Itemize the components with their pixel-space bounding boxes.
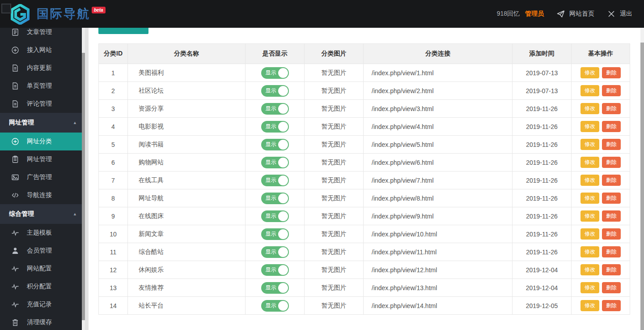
delete-button[interactable]: 删除 bbox=[602, 67, 621, 78]
window-scrollbar-thumb[interactable] bbox=[640, 43, 644, 330]
display-toggle[interactable]: 显示 bbox=[261, 121, 289, 133]
edit-button[interactable]: 修改 bbox=[580, 175, 599, 186]
display-toggle[interactable]: 显示 bbox=[261, 175, 289, 186]
display-toggle[interactable]: 显示 bbox=[261, 228, 289, 240]
date-cell: 2019-11-26 bbox=[513, 171, 572, 189]
table-row: 8网址导航显示暂无图片/index.php/view/8.html2019-11… bbox=[99, 189, 630, 207]
top-navbar: 国际导航 beta 918回忆 管理员 网站首页 退出 bbox=[0, 0, 644, 28]
delete-button[interactable]: 删除 bbox=[602, 282, 621, 293]
content-left-strip bbox=[85, 28, 89, 330]
corner-menu-icon[interactable] bbox=[1, 4, 11, 13]
display-toggle-cell: 显示 bbox=[246, 82, 305, 100]
sidebar-section-header[interactable]: 综合管理▲ bbox=[0, 204, 85, 224]
sidebar-item-label: 评论管理 bbox=[27, 100, 52, 108]
toggle-label: 显示 bbox=[266, 159, 276, 166]
category-url-cell: /index.php/view/6.html bbox=[364, 154, 513, 171]
sidebar-item[interactable]: 网址管理 bbox=[0, 150, 85, 168]
display-toggle[interactable]: 显示 bbox=[261, 139, 289, 150]
sidebar-item[interactable]: 积分配置 bbox=[0, 278, 85, 296]
sidebar-scrollbar[interactable] bbox=[82, 28, 85, 330]
delete-button[interactable]: 删除 bbox=[602, 157, 621, 168]
display-toggle[interactable]: 显示 bbox=[261, 103, 289, 115]
edit-button[interactable]: 修改 bbox=[580, 246, 599, 257]
delete-button[interactable]: 删除 bbox=[602, 103, 621, 114]
sidebar-item-label: 接入网站 bbox=[27, 46, 52, 54]
category-url-cell: /index.php/view/14.html bbox=[364, 297, 513, 315]
edit-button[interactable]: 修改 bbox=[580, 103, 599, 114]
sidebar-item[interactable]: 主题模板 bbox=[0, 224, 85, 242]
edit-button[interactable]: 修改 bbox=[580, 67, 599, 78]
display-toggle[interactable]: 显示 bbox=[261, 264, 289, 276]
display-toggle[interactable]: 显示 bbox=[261, 67, 289, 79]
category-url-cell: /index.php/view/11.html bbox=[364, 243, 513, 261]
delete-button[interactable]: 删除 bbox=[602, 210, 621, 222]
sidebar-item[interactable]: 广告管理 bbox=[0, 168, 85, 186]
category-id-cell: 5 bbox=[99, 136, 128, 154]
delete-button[interactable]: 删除 bbox=[602, 300, 621, 311]
sidebar-item[interactable]: 导航连接 bbox=[0, 186, 85, 204]
delete-button[interactable]: 删除 bbox=[602, 193, 621, 204]
sidebar-item-label: 积分配置 bbox=[27, 283, 52, 291]
article-icon bbox=[11, 28, 19, 36]
sidebar-item[interactable]: 文章管理 bbox=[0, 28, 85, 41]
delete-button[interactable]: 删除 bbox=[602, 228, 621, 240]
date-cell: 2019-12-04 bbox=[513, 279, 572, 297]
display-toggle[interactable]: 显示 bbox=[261, 246, 289, 258]
delete-button[interactable]: 删除 bbox=[602, 175, 621, 186]
sidebar-item-label: 主题模板 bbox=[27, 229, 52, 237]
category-id-cell: 9 bbox=[99, 207, 128, 225]
nav-username[interactable]: 918回忆 bbox=[497, 10, 520, 18]
sidebar-item[interactable]: 评论管理 bbox=[0, 95, 85, 113]
window-scrollbar[interactable] bbox=[640, 28, 644, 330]
code-icon bbox=[11, 191, 19, 199]
sidebar-item[interactable]: 清理缓存 bbox=[0, 313, 85, 330]
sidebar-section-header[interactable]: 网址管理▲ bbox=[0, 113, 85, 133]
nav-logout-link[interactable]: 退出 bbox=[607, 9, 632, 18]
delete-button[interactable]: 删除 bbox=[602, 246, 621, 257]
nav-role[interactable]: 管理员 bbox=[525, 10, 544, 18]
category-image-cell: 暂无图片 bbox=[305, 297, 364, 315]
edit-button[interactable]: 修改 bbox=[580, 121, 599, 132]
display-toggle-cell: 显示 bbox=[246, 261, 305, 279]
display-toggle[interactable]: 显示 bbox=[261, 282, 289, 294]
edit-button[interactable]: 修改 bbox=[580, 193, 599, 204]
table-row: 4电影影视显示暂无图片/index.php/view/4.html2019-11… bbox=[99, 118, 630, 136]
edit-button[interactable]: 修改 bbox=[580, 300, 599, 311]
display-toggle[interactable]: 显示 bbox=[261, 85, 289, 97]
sidebar-item[interactable]: 网站配置 bbox=[0, 260, 85, 278]
edit-button[interactable]: 修改 bbox=[580, 139, 599, 150]
delete-button[interactable]: 删除 bbox=[602, 85, 621, 96]
table-row: 2社区论坛显示暂无图片/index.php/view/2.html2019-07… bbox=[99, 82, 630, 100]
display-toggle[interactable]: 显示 bbox=[261, 193, 289, 204]
delete-button[interactable]: 删除 bbox=[602, 121, 621, 132]
nav-home-link[interactable]: 网站首页 bbox=[556, 9, 594, 18]
display-toggle[interactable]: 显示 bbox=[261, 300, 289, 312]
edit-button[interactable]: 修改 bbox=[580, 264, 599, 275]
actions-cell: 修改删除 bbox=[572, 171, 630, 189]
display-toggle[interactable]: 显示 bbox=[261, 210, 289, 222]
sidebar-item[interactable]: 会员管理 bbox=[0, 242, 85, 260]
sidebar-item[interactable]: 单页管理 bbox=[0, 77, 85, 95]
toggle-knob bbox=[278, 229, 288, 239]
display-toggle[interactable]: 显示 bbox=[261, 157, 289, 168]
edit-button[interactable]: 修改 bbox=[580, 282, 599, 293]
sidebar-scrollbar-thumb[interactable] bbox=[82, 53, 85, 320]
sidebar-item[interactable]: 充值记录 bbox=[0, 296, 85, 313]
toggle-label: 显示 bbox=[266, 266, 276, 274]
date-cell: 2019-12-04 bbox=[513, 261, 572, 279]
edit-button[interactable]: 修改 bbox=[580, 210, 599, 222]
category-name-cell: 新闻文章 bbox=[128, 225, 246, 243]
brand-area: 国际导航 beta bbox=[10, 3, 106, 25]
edit-button[interactable]: 修改 bbox=[580, 157, 599, 168]
edit-button[interactable]: 修改 bbox=[580, 228, 599, 240]
delete-button[interactable]: 删除 bbox=[602, 264, 621, 275]
toggle-knob bbox=[278, 283, 288, 293]
sidebar-item[interactable]: 网址分类 bbox=[0, 133, 85, 150]
edit-button[interactable]: 修改 bbox=[580, 85, 599, 96]
sidebar-item[interactable]: 内容更新 bbox=[0, 59, 85, 77]
category-name-cell: 购物网站 bbox=[128, 154, 246, 171]
date-cell: 2019-11-26 bbox=[513, 136, 572, 154]
delete-button[interactable]: 删除 bbox=[602, 139, 621, 150]
table-row: 10新闻文章显示暂无图片/index.php/view/10.html2019-… bbox=[99, 225, 630, 243]
sidebar-item[interactable]: 接入网站 bbox=[0, 41, 85, 59]
